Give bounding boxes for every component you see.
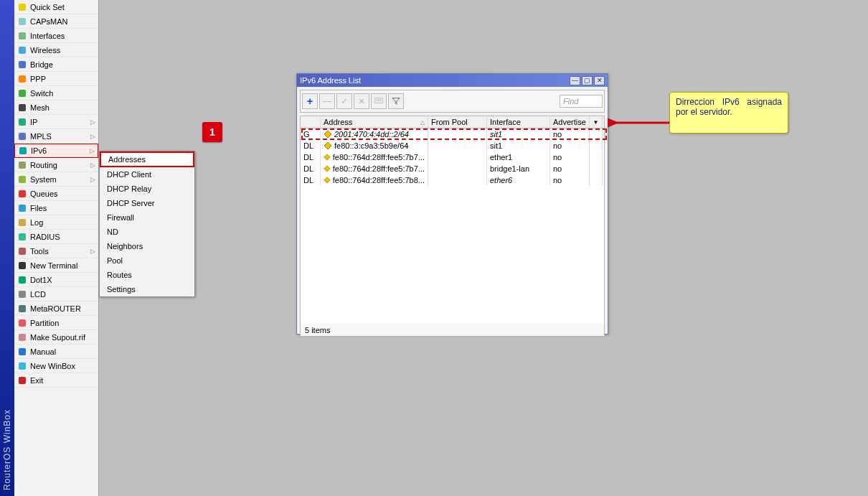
sidebar-item-label: IPv6 — [31, 146, 47, 155]
sidebar-item-label: CAPsMAN — [30, 17, 68, 26]
submenu-item-dhcp-server[interactable]: DHCP Server — [100, 196, 194, 210]
table-row[interactable]: DLfe80::3:c9a3:5b9e/64sit1no — [301, 140, 604, 151]
submenu-item-settings[interactable]: Settings — [100, 282, 194, 296]
sidebar-item-log[interactable]: Log — [14, 215, 98, 230]
submenu-item-nd[interactable]: ND — [100, 225, 194, 239]
sidebar-item-files[interactable]: Files — [14, 201, 98, 215]
enable-button[interactable]: ✓ — [336, 93, 352, 109]
sidebar-item-dot1x[interactable]: Dot1X — [14, 273, 98, 287]
status-text: 5 items — [305, 326, 330, 334]
sidebar-icon — [17, 261, 27, 271]
sidebar-item-routing[interactable]: Routing▷ — [14, 158, 98, 172]
find-input[interactable]: Find — [560, 95, 603, 108]
minimize-button[interactable]: — — [570, 76, 580, 85]
col-flags[interactable] — [301, 116, 321, 128]
cell-pool — [428, 140, 487, 151]
sidebar-item-bridge[interactable]: Bridge — [14, 57, 98, 72]
submenu-item-routes[interactable]: Routes — [100, 268, 194, 282]
remove-button[interactable]: — — [319, 93, 335, 109]
table-row[interactable]: DLfe80::764d:28ff:fee5:7b7...bridge1-lan… — [301, 163, 604, 174]
submenu-item-neighbors[interactable]: Neighbors — [100, 239, 194, 253]
sidebar-item-partition[interactable]: Partition — [14, 316, 98, 330]
sidebar-icon — [17, 74, 27, 84]
sidebar-item-metarouter[interactable]: MetaROUTER — [14, 301, 98, 316]
comment-button[interactable] — [371, 93, 387, 109]
sidebar-item-new-terminal[interactable]: New Terminal — [14, 258, 98, 273]
cell-spacer — [590, 174, 603, 186]
col-advertise[interactable]: Advertise — [550, 116, 590, 128]
submenu-item-firewall[interactable]: Firewall — [100, 210, 194, 225]
cell-spacer — [590, 140, 603, 151]
cell-pool — [428, 174, 487, 186]
cell-flags: DL — [301, 151, 321, 163]
filter-button[interactable] — [388, 93, 404, 109]
close-button[interactable]: ✕ — [594, 76, 605, 85]
sidebar-item-interfaces[interactable]: Interfaces — [14, 29, 98, 43]
sidebar-item-ppp[interactable]: PPP — [14, 72, 98, 86]
sidebar-icon — [17, 17, 27, 27]
sidebar-icon — [17, 217, 27, 228]
col-address[interactable]: Address△ — [321, 116, 428, 128]
cell-address: 2001:470:4:4dd::2/64 — [321, 128, 428, 140]
submenu-item-dhcp-relay[interactable]: DHCP Relay — [100, 182, 194, 196]
cell-pool — [428, 163, 487, 174]
sidebar-item-quick-set[interactable]: Quick Set — [14, 0, 98, 14]
svg-rect-16 — [19, 233, 26, 240]
sidebar-item-system[interactable]: System▷ — [14, 172, 98, 187]
svg-rect-3 — [19, 47, 26, 54]
col-interface[interactable]: Interface — [487, 116, 550, 128]
sidebar-item-lcd[interactable]: LCD — [14, 287, 98, 301]
submenu-item-pool[interactable]: Pool — [100, 253, 194, 268]
submenu-item-dhcp-client[interactable]: DHCP Client — [100, 167, 194, 182]
table-row[interactable]: DLfe80::764d:28ff:fee5:7b8...ether6no — [301, 174, 604, 186]
sidebar-item-label: MPLS — [30, 132, 52, 141]
sidebar-item-label: PPP — [30, 75, 46, 83]
grid-header[interactable]: Address△ From Pool Interface Advertise ▼ — [301, 116, 604, 128]
col-pool[interactable]: From Pool — [428, 116, 487, 128]
sidebar-icon — [17, 361, 27, 371]
sidebar-item-make-supout-rif[interactable]: Make Supout.rif — [14, 330, 98, 345]
cell-pool — [428, 151, 487, 163]
sidebar-item-radius[interactable]: RADIUS — [14, 230, 98, 244]
sidebar-item-label: Manual — [30, 347, 56, 356]
sidebar-item-mesh[interactable]: Mesh — [14, 100, 98, 115]
comment-icon — [374, 96, 384, 106]
col-menu[interactable]: ▼ — [590, 116, 603, 128]
cell-interface: ether1 — [487, 151, 550, 163]
cell-flags: DL — [301, 163, 321, 174]
cell-advertise: no — [550, 140, 590, 151]
window-title: IPv6 Address List — [300, 76, 568, 85]
sidebar-item-manual[interactable]: Manual — [14, 345, 98, 359]
cell-interface: ether6 — [487, 174, 550, 186]
table-row[interactable]: DLfe80::764d:28ff:fee5:7b7...ether1no — [301, 151, 604, 163]
window-titlebar[interactable]: IPv6 Address List — ▢ ✕ — [297, 74, 608, 87]
submenu-arrow-icon: ▷ — [90, 133, 95, 140]
sidebar-item-new-winbox[interactable]: New WinBox — [14, 359, 98, 373]
cell-pool — [428, 128, 487, 140]
sidebar-item-ipv6[interactable]: IPv6▷ — [14, 144, 98, 158]
cell-advertise: no — [550, 163, 590, 174]
table-row[interactable]: G2001:470:4:4dd::2/64sit1no — [301, 128, 604, 140]
sidebar-icon — [18, 146, 28, 156]
sidebar-item-wireless[interactable]: Wireless — [14, 43, 98, 57]
sidebar-item-mpls[interactable]: MPLS▷ — [14, 129, 98, 144]
cell-advertise: no — [550, 128, 590, 140]
annotation-callout: Dirreccion IPv6 asignada por el servidor… — [669, 92, 788, 134]
add-button[interactable]: + — [302, 93, 318, 109]
sidebar-item-capsman[interactable]: CAPsMAN — [14, 14, 98, 29]
sidebar-item-ip[interactable]: IP▷ — [14, 115, 98, 129]
maximize-button[interactable]: ▢ — [582, 76, 593, 85]
address-icon — [324, 176, 331, 184]
disable-button[interactable]: ✕ — [354, 93, 369, 109]
sidebar-icon — [17, 203, 27, 213]
funnel-icon — [391, 96, 401, 106]
sidebar-item-queues[interactable]: Queues — [14, 187, 98, 201]
sidebar-item-tools[interactable]: Tools▷ — [14, 244, 98, 258]
svg-rect-25 — [19, 362, 26, 370]
sidebar-item-exit[interactable]: Exit — [14, 373, 98, 388]
submenu-item-addresses[interactable]: Addresses — [100, 151, 194, 167]
sidebar-item-label: Switch — [30, 89, 53, 98]
svg-rect-14 — [19, 205, 26, 212]
svg-rect-4 — [19, 61, 26, 68]
sidebar-item-switch[interactable]: Switch — [14, 86, 98, 100]
